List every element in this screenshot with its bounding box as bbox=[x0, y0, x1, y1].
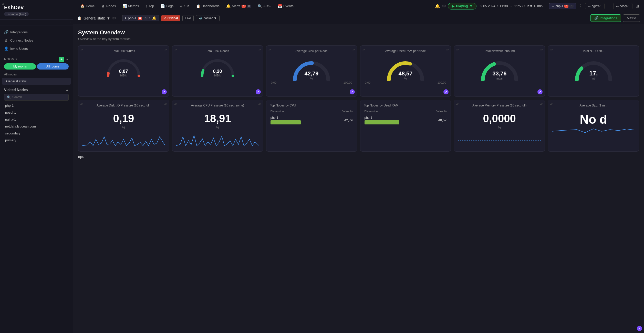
docker-icon: 🐳 bbox=[199, 16, 202, 20]
settings-icon[interactable]: ⚙ bbox=[442, 4, 446, 8]
card-corner-icon11: ▱ bbox=[540, 102, 543, 106]
sidebar-item-integrations[interactable]: 🔗 Integrations bbox=[0, 28, 73, 36]
node-item-nosql1[interactable]: nosql-1 bbox=[0, 109, 73, 116]
row-value: 42,79 bbox=[341, 118, 353, 122]
node-item-php1[interactable]: php-1 bbox=[0, 102, 73, 109]
nav-events[interactable]: 📅 Events bbox=[275, 3, 297, 10]
php1-badge: ℹ php-1 0 0 ℹ 🔔 bbox=[122, 15, 159, 21]
card-top-icon6: ▱ bbox=[550, 48, 553, 51]
cpu-section: cpu bbox=[78, 155, 639, 159]
nav-nodes[interactable]: 🖥 Nodes bbox=[98, 3, 119, 10]
gauge-min-label2: 0,00 bbox=[365, 81, 370, 84]
page-subtitle: Overview of the key system metrics. bbox=[78, 37, 639, 41]
node-item-secondary[interactable]: secondary bbox=[0, 130, 73, 137]
time-last: last bbox=[527, 4, 532, 8]
col1-label: Dimension bbox=[271, 110, 284, 113]
playing-indicator[interactable]: ▶ Playing ▼ bbox=[448, 3, 476, 9]
php-node-label: php-1 bbox=[128, 16, 136, 20]
metrics-button[interactable]: Metrio bbox=[623, 14, 640, 22]
content-area: System Overview Overview of the key syst… bbox=[73, 24, 644, 333]
nodes-icon: 🖥 bbox=[101, 4, 105, 8]
svg-text:MiB/s: MiB/s bbox=[120, 74, 127, 77]
nav-logs[interactable]: 📄 Logs bbox=[158, 3, 176, 10]
sidebar-collapse-button[interactable]: ‹ bbox=[70, 21, 71, 24]
metric-cards-row1: ▱ ▱ Total Disk Writes 0,07 MiB/s ↗ bbox=[78, 45, 639, 97]
time-display: 02.05.2024 • 11:38 → 11:53 • last 15min bbox=[479, 4, 543, 8]
warning-icon: ⚠ bbox=[164, 16, 167, 20]
time-bullet2: • bbox=[524, 4, 525, 8]
card-avg-ram: ▱ ▱ Average Used RAM per Node 48,57 % 0,… bbox=[360, 45, 451, 97]
all-rooms-tab[interactable]: All rooms bbox=[37, 63, 69, 70]
card-top-icon4: ▱ bbox=[362, 48, 365, 51]
critical-badge: ⚠ Critical bbox=[161, 15, 181, 21]
node-tab-php1[interactable]: ▭ php-1 0 0 bbox=[549, 3, 576, 9]
top-icon: ↑ bbox=[146, 4, 147, 8]
sparkline-unit-mempressure: % bbox=[458, 126, 541, 130]
sparkline-unit-cpupressure: % bbox=[176, 126, 259, 130]
svg-text:42,79: 42,79 bbox=[305, 70, 319, 77]
home-icon: 🏠 bbox=[80, 4, 85, 8]
svg-text:%: % bbox=[310, 77, 313, 80]
node-tab-icon3: ▭ bbox=[616, 4, 619, 8]
nav-ar[interactable]: 🔍 AR% bbox=[255, 3, 274, 10]
node-search-input[interactable] bbox=[12, 95, 66, 99]
sidebar-item-label: Connect Nodes bbox=[10, 38, 33, 42]
sidebar-item-connect-nodes[interactable]: 🖥 Connect Nodes bbox=[0, 36, 73, 44]
integrations-btn-icon: 🔗 bbox=[594, 16, 598, 20]
visited-nodes-header: Visited Nodes ▲ bbox=[0, 85, 73, 93]
card-title4: Average Used RAM per Node bbox=[364, 49, 447, 53]
sparkline-unit-diskio: % bbox=[82, 126, 165, 130]
visited-nodes-collapse[interactable]: ▲ bbox=[66, 88, 69, 92]
my-rooms-tab[interactable]: My rooms bbox=[4, 63, 36, 70]
node-tab-badge-red: 0 bbox=[564, 5, 568, 8]
card-title: Total Disk Writes bbox=[82, 49, 165, 53]
svg-text:33,76: 33,76 bbox=[492, 70, 506, 77]
card-avg-sys-partial: ▱ Average Sy... (1 m... No d bbox=[548, 100, 639, 152]
rooms-collapse-button[interactable]: ▲ bbox=[66, 57, 69, 61]
card-purple-icon2: ↗ bbox=[256, 89, 261, 94]
docker-dropdown-icon: ▼ bbox=[214, 16, 217, 20]
nav-dashboards[interactable]: 📋 Dashboards bbox=[193, 3, 223, 10]
card-title10: Top Nodes by Used RAM bbox=[364, 104, 447, 107]
general-static-item[interactable]: General static bbox=[2, 78, 71, 85]
playing-dropdown-icon[interactable]: ▼ bbox=[470, 4, 473, 8]
add-room-button[interactable]: + bbox=[59, 57, 64, 62]
gauge-max-label: 100,00 bbox=[344, 81, 352, 84]
svg-text:mb: mb bbox=[591, 77, 595, 80]
gauge-network-in: 33,76 mb/s bbox=[458, 55, 541, 81]
nav-home[interactable]: 🏠 Home bbox=[77, 3, 98, 10]
layout-grid-icon[interactable]: ⊞ bbox=[635, 3, 640, 9]
row-bar2 bbox=[365, 120, 399, 124]
all-nodes-item[interactable]: All nodes bbox=[0, 72, 73, 77]
card-top-icon: ▱ bbox=[80, 48, 83, 51]
nav-k8s[interactable]: ⎈ K8s bbox=[177, 3, 192, 10]
nav-top[interactable]: ↑ Top bbox=[142, 3, 157, 10]
cpu-section-label: cpu bbox=[78, 155, 639, 159]
sidebar-item-invite-users[interactable]: 👤 Invite Users bbox=[0, 44, 73, 53]
php-alert-icon: ℹ bbox=[125, 16, 126, 20]
sparkline-chart-mempressure bbox=[458, 132, 541, 142]
php-badge-dark: 0 bbox=[144, 17, 148, 20]
dropdown-arrow-icon: ▼ bbox=[107, 16, 110, 20]
node-tab-nginx1[interactable]: ▭ nginx-1 bbox=[585, 3, 604, 9]
integrations-button[interactable]: 🔗 Integrations bbox=[590, 14, 621, 22]
col2-label2: Value % bbox=[436, 110, 446, 113]
nav-alerts[interactable]: 🔔 Alerts 0 0 bbox=[223, 3, 254, 10]
card-avg-memory-pressure: ▱ ▱ Average Memory Pressure (10 sec, ful… bbox=[454, 100, 545, 152]
node-item-nginx1[interactable]: nginx-1 bbox=[0, 116, 73, 123]
sparkline-chart-diskio bbox=[82, 132, 165, 147]
live-badge: Live bbox=[182, 15, 194, 21]
node-search-box[interactable]: 🔍 bbox=[4, 94, 69, 101]
general-static-dropdown[interactable]: General static ▼ bbox=[84, 16, 110, 20]
second-nav-divider bbox=[119, 15, 119, 21]
nav-metrics[interactable]: 📊 Metrics bbox=[119, 3, 142, 10]
gear-icon[interactable]: ⚙ bbox=[112, 16, 116, 21]
card-title2: Total Disk Reads bbox=[176, 49, 259, 53]
card-title8: Average CPU Pressure (10 sec, some) bbox=[176, 104, 259, 107]
visited-nodes-label: Visited Nodes bbox=[4, 88, 28, 92]
bell-icon[interactable]: 🔔 bbox=[435, 4, 440, 8]
node-tab-nosql1[interactable]: ▭ nosql-1 bbox=[613, 3, 632, 9]
playing-label: Playing bbox=[456, 4, 468, 8]
node-item-netdata[interactable]: netdata.lyucean.com bbox=[0, 123, 73, 130]
node-item-primary[interactable]: primary bbox=[0, 137, 73, 144]
